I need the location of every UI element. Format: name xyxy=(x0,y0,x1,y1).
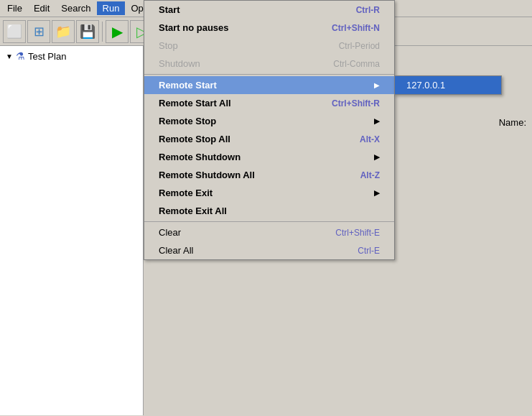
menu-sep-1 xyxy=(144,74,394,75)
menu-run-start[interactable]: Start Ctrl-R xyxy=(144,1,394,19)
menu-run-start-no-pauses-label: Start no pauses xyxy=(159,22,229,33)
menu-remote-start[interactable]: Remote Start ▶ 127.0.0.1 xyxy=(144,76,394,94)
dropdown-overlay[interactable]: Start Ctrl-R Start no pauses Ctrl+Shift-… xyxy=(0,0,532,416)
menu-remote-exit-arrow: ▶ xyxy=(374,189,380,197)
menu-run-shutdown[interactable]: Shutdown Ctrl-Comma xyxy=(144,55,394,73)
menu-run-start-shortcut: Ctrl-R xyxy=(356,5,380,15)
menu-run-start-label: Start xyxy=(159,4,180,15)
menu-remote-stop-all-shortcut: Alt-X xyxy=(360,134,380,144)
menu-remote-start-all-label: Remote Start All xyxy=(159,98,231,108)
menu-remote-start-label: Remote Start xyxy=(159,80,217,91)
submenu-ip-127[interactable]: 127.0.0.1 xyxy=(395,76,501,94)
menu-clear-label: Clear xyxy=(159,227,181,238)
menu-run-shutdown-shortcut: Ctrl-Comma xyxy=(333,59,380,69)
menu-run-stop-shortcut: Ctrl-Period xyxy=(339,41,380,51)
menu-remote-exit-all[interactable]: Remote Exit All xyxy=(144,202,394,220)
menu-run-stop[interactable]: Stop Ctrl-Period xyxy=(144,37,394,55)
menu-run-stop-label: Stop xyxy=(159,40,178,51)
menu-remote-exit-all-label: Remote Exit All xyxy=(159,205,227,216)
menu-remote-stop-label: Remote Stop xyxy=(159,116,216,126)
menu-clear-all-label: Clear All xyxy=(159,245,193,256)
menu-clear-all[interactable]: Clear All Ctrl-E xyxy=(144,241,394,259)
run-dropdown-menu: Start Ctrl-R Start no pauses Ctrl+Shift-… xyxy=(144,0,395,260)
menu-clear[interactable]: Clear Ctrl+Shift-E xyxy=(144,223,394,241)
menu-run-shutdown-label: Shutdown xyxy=(159,58,200,69)
menu-remote-shutdown-all-shortcut: Alt-Z xyxy=(360,170,380,180)
menu-sep-2 xyxy=(144,221,394,222)
menu-remote-exit[interactable]: Remote Exit ▶ xyxy=(144,184,394,202)
menu-remote-shutdown-arrow: ▶ xyxy=(374,153,380,161)
menu-run-start-no-pauses-shortcut: Ctrl+Shift-N xyxy=(332,23,380,33)
menu-remote-stop[interactable]: Remote Stop ▶ xyxy=(144,112,394,130)
remote-start-submenu: 127.0.0.1 xyxy=(394,75,502,95)
menu-run-start-no-pauses[interactable]: Start no pauses Ctrl+Shift-N xyxy=(144,19,394,37)
menu-remote-start-arrow: ▶ xyxy=(374,81,380,89)
menu-clear-all-shortcut: Ctrl-E xyxy=(358,246,380,256)
menu-remote-shutdown-all[interactable]: Remote Shutdown All Alt-Z xyxy=(144,166,394,184)
menu-remote-shutdown[interactable]: Remote Shutdown ▶ xyxy=(144,148,394,166)
menu-remote-start-all-shortcut: Ctrl+Shift-R xyxy=(332,98,380,108)
menu-remote-stop-all[interactable]: Remote Stop All Alt-X xyxy=(144,130,394,148)
menu-remote-exit-label: Remote Exit xyxy=(159,188,213,198)
menu-remote-start-all[interactable]: Remote Start All Ctrl+Shift-R xyxy=(144,94,394,112)
submenu-ip-127-label: 127.0.0.1 xyxy=(406,80,445,91)
menu-remote-stop-arrow: ▶ xyxy=(374,117,380,125)
menu-remote-shutdown-all-label: Remote Shutdown All xyxy=(159,170,255,180)
menu-remote-stop-all-label: Remote Stop All xyxy=(159,134,230,144)
menu-remote-shutdown-label: Remote Shutdown xyxy=(159,152,241,162)
menu-clear-shortcut: Ctrl+Shift-E xyxy=(335,228,380,238)
